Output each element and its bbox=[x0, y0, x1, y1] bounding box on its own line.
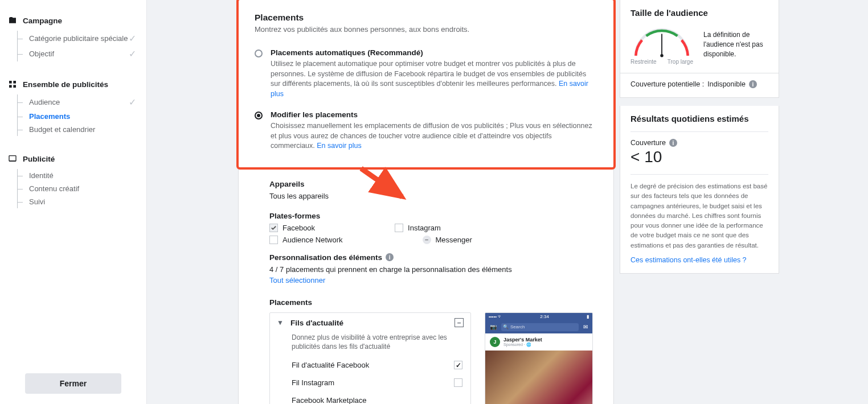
placements-group-desc: Donnez plus de visibilité à votre entrep… bbox=[270, 333, 470, 357]
chevron-down-icon: ▼ bbox=[277, 319, 284, 327]
indeterminate-checkbox[interactable]: – bbox=[455, 318, 464, 327]
devices-value: Tous les appareils bbox=[269, 192, 597, 200]
svg-rect-4 bbox=[9, 156, 16, 161]
nav-item-label: Suivi bbox=[29, 197, 45, 206]
placement-label: Facebook Marketplace bbox=[292, 396, 367, 404]
nav-header-campagne[interactable]: Campagne bbox=[0, 13, 146, 28]
signal-icon: ••••• ᯤ bbox=[489, 314, 502, 319]
nav-header-ensemble[interactable]: Ensemble de publicités bbox=[0, 76, 146, 92]
sponsored-label: Sponsored bbox=[503, 343, 523, 347]
nav-header-publicite[interactable]: Publicité bbox=[0, 151, 146, 167]
brand-avatar: J bbox=[490, 337, 500, 347]
nav-item-budget[interactable]: Budget et calendrier bbox=[17, 123, 146, 136]
main: Placements Montrez vos publicités aux bo… bbox=[147, 0, 620, 404]
radio-auto-placements[interactable]: Placements automatiques (Recommandé) Uti… bbox=[255, 48, 597, 99]
nav-item-audience[interactable]: Audience ✓ bbox=[17, 94, 146, 110]
audience-size-title: Taille de l'audience bbox=[630, 8, 768, 18]
radio-edit-placements[interactable]: Modifier les placements Choisissez manue… bbox=[255, 110, 597, 151]
check-icon: ✓ bbox=[129, 33, 136, 44]
placements-title: Placements bbox=[255, 13, 597, 23]
nav-group-publicite: Publicité Identité Contenu créatif Suivi bbox=[0, 151, 146, 211]
estimates-paragraph: Le degré de précision des estimations es… bbox=[630, 182, 768, 250]
svg-point-7 bbox=[660, 54, 663, 57]
placements-group-feeds: ▼ Fils d'actualité – Donnez plus de visi… bbox=[269, 312, 471, 405]
placement-ig-feed[interactable]: Fil Instagram bbox=[270, 374, 470, 391]
devices-title: Appareils bbox=[269, 180, 597, 188]
nav-item-contenu[interactable]: Contenu créatif bbox=[17, 182, 146, 195]
radio-desc: Utilisez le placement automatique pour o… bbox=[271, 59, 597, 99]
placements-list-title: Placements bbox=[269, 298, 597, 307]
close-button[interactable]: Fermer bbox=[25, 373, 121, 394]
checkbox-icon[interactable] bbox=[269, 236, 278, 244]
placements-group-header[interactable]: ▼ Fils d'actualité – bbox=[270, 313, 470, 333]
nav-item-label: Catégorie publicitaire spéciale bbox=[29, 34, 128, 43]
nav-item-categorie-speciale[interactable]: Catégorie publicitaire spéciale ✓ bbox=[17, 31, 146, 46]
nav-header-label: Campagne bbox=[23, 17, 62, 25]
grid-icon bbox=[8, 80, 17, 89]
checkbox-icon[interactable] bbox=[395, 224, 403, 232]
platform-instagram[interactable]: Instagram bbox=[395, 224, 441, 232]
info-icon[interactable]: i bbox=[749, 80, 757, 88]
audience-definition-text: La définition de l'audience n'est pas di… bbox=[703, 30, 768, 59]
estimates-title: Résultats quotidiens estimés bbox=[630, 114, 768, 123]
ad-preview-phone: ••••• ᯤ 2:34 ▮ 📷 Search ✉ J Jasper's Ma bbox=[485, 312, 593, 405]
placement-marketplace[interactable]: Facebook Marketplace bbox=[270, 391, 470, 404]
placements-group-title: Fils d'actualité bbox=[290, 319, 343, 327]
nav-item-identite[interactable]: Identité bbox=[17, 169, 146, 182]
placements-detail: Appareils Tous les appareils Plates-form… bbox=[255, 180, 597, 405]
potential-coverage: Couverture potentielle : Indisponible i bbox=[630, 80, 768, 88]
coverage-value: < 10 bbox=[630, 148, 768, 166]
estimates-feedback-link[interactable]: Ces estimations ont-elles été utiles ? bbox=[630, 256, 768, 264]
select-all-link[interactable]: Tout sélectionner bbox=[269, 276, 325, 285]
ad-icon bbox=[8, 154, 17, 163]
radio-icon[interactable] bbox=[255, 50, 263, 57]
coverage-label-row: Couverture i bbox=[630, 139, 768, 147]
placements-highlight: Placements Montrez vos publicités aux bo… bbox=[236, 0, 616, 170]
info-icon[interactable]: i bbox=[669, 139, 677, 147]
info-icon[interactable]: i bbox=[386, 253, 394, 261]
audience-size-card: Taille de l'audience Restreinte Trop lar… bbox=[620, 0, 779, 98]
placement-label: Fil d'actualité Facebook bbox=[292, 361, 369, 369]
placements-subtitle: Montrez vos publicités aux bonnes person… bbox=[255, 25, 597, 34]
placement-label: Fil Instagram bbox=[292, 378, 334, 387]
checkbox-icon[interactable] bbox=[454, 378, 462, 387]
placement-fb-feed[interactable]: Fil d'actualité Facebook bbox=[270, 356, 470, 374]
platform-facebook[interactable]: Facebook bbox=[269, 224, 315, 232]
nav-item-suivi[interactable]: Suivi bbox=[17, 195, 146, 208]
radio-desc: Choisissez manuellement les emplacements… bbox=[271, 121, 597, 151]
nav-header-label: Ensemble de publicités bbox=[23, 80, 108, 89]
platforms-title: Plates-formes bbox=[269, 212, 597, 220]
platform-audience-network[interactable]: Audience Network bbox=[269, 236, 343, 244]
svg-rect-2 bbox=[9, 85, 12, 88]
check-icon: ✓ bbox=[129, 97, 136, 108]
preview-image bbox=[485, 351, 592, 405]
nav-item-label: Contenu créatif bbox=[29, 184, 79, 193]
nav-item-label: Budget et calendrier bbox=[29, 125, 95, 134]
radio-icon[interactable] bbox=[255, 112, 263, 119]
platform-label: Instagram bbox=[408, 224, 441, 232]
folder-icon bbox=[8, 16, 17, 25]
nav-item-placements[interactable]: Placements bbox=[17, 110, 146, 123]
checkbox-icon[interactable] bbox=[454, 361, 462, 369]
preview-search: Search bbox=[501, 323, 579, 331]
nav-item-label: Audience bbox=[29, 98, 60, 106]
personalization-count: 4 / 7 placements qui prennent en charge … bbox=[269, 265, 597, 274]
svg-rect-3 bbox=[13, 85, 16, 88]
nav-item-label: Objectif bbox=[29, 50, 54, 58]
sidebar: Campagne Catégorie publicitaire spéciale… bbox=[0, 0, 147, 404]
nav-item-objectif[interactable]: Objectif ✓ bbox=[17, 46, 146, 61]
nav-group-ensemble: Ensemble de publicités Audience ✓ Placem… bbox=[0, 76, 146, 138]
nav-group-campagne: Campagne Catégorie publicitaire spéciale… bbox=[0, 13, 146, 64]
learn-more-link[interactable]: En savoir plus bbox=[317, 142, 362, 150]
battery-icon: ▮ bbox=[587, 314, 589, 319]
svg-rect-1 bbox=[13, 81, 16, 84]
estimates-card: Résultats quotidiens estimés Couverture … bbox=[620, 106, 779, 274]
brand-name: Jasper's Market bbox=[503, 337, 542, 343]
checkbox-icon[interactable] bbox=[269, 224, 278, 232]
placements-card: Placements Montrez vos publicités aux bo… bbox=[238, 0, 614, 404]
personalization-title: Personnalisation des éléments i bbox=[269, 253, 597, 262]
messenger-icon: ✉ bbox=[583, 324, 588, 330]
svg-rect-0 bbox=[9, 81, 12, 84]
disabled-icon: – bbox=[423, 236, 431, 244]
platform-messenger: – Messenger bbox=[423, 236, 472, 244]
